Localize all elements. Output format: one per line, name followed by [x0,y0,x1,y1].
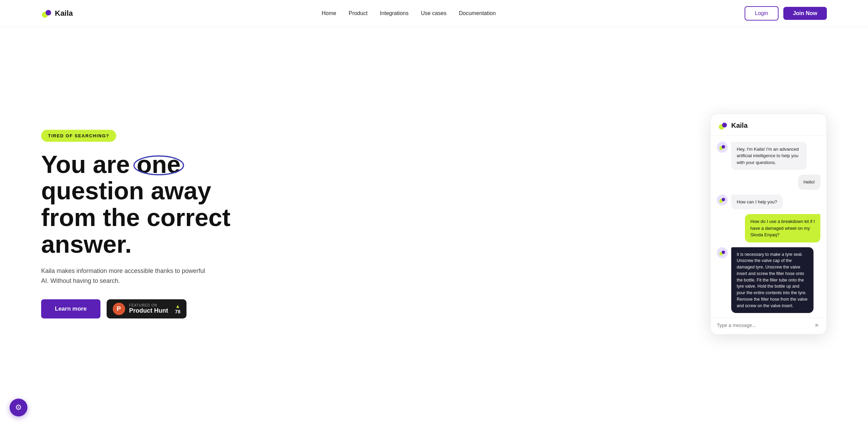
circle-decoration [132,149,185,182]
vote-count: 78 [175,309,181,314]
bot-avatar [717,142,728,153]
chat-bubble-bot: Hey, I'm Kaila! I'm an advanced artifici… [731,142,807,170]
chat-input-row: ► [711,318,827,334]
chat-bubble-bot: How can I help you? [731,195,783,210]
chat-input[interactable] [717,323,811,328]
chat-message-row: How can I help you? [717,195,820,210]
nav-actions: Login Join Now [745,6,827,21]
chat-bubble-dark: It is necessary to make a tyre seal. Uns… [731,247,813,313]
login-button[interactable]: Login [745,6,779,21]
chat-logo-icon [718,121,728,130]
join-button[interactable]: Join Now [783,7,827,20]
hero-headline: You are one question away from the corre… [41,151,267,258]
logo-text: Kaila [55,9,73,18]
vote-arrow-icon: ▲ [175,303,180,309]
nav-item-documentation[interactable]: Documentation [459,10,496,16]
svg-point-6 [722,145,725,148]
product-hunt-featured-label: FEATURED ON [129,303,168,307]
logo[interactable]: Kaila [41,8,73,19]
nav-item-home[interactable]: Home [322,10,336,16]
product-hunt-icon: P [113,303,125,315]
headline-highlight: one [137,151,181,178]
nav-item-product[interactable]: Product [349,10,367,16]
hero-cta: Learn more P FEATURED ON Product Hunt ▲ … [41,299,267,318]
bottom-widget-button[interactable]: ⚙ [10,399,27,416]
chat-messages: Hey, I'm Kaila! I'm an advanced artifici… [711,136,827,318]
product-hunt-name: Product Hunt [129,307,168,314]
hero-left: TIRED OF SEARCHING? You are one question… [41,130,267,319]
chat-logo-text: Kaila [731,122,748,129]
learn-more-button[interactable]: Learn more [41,299,100,318]
chat-message-row: Hey, I'm Kaila! I'm an advanced artifici… [717,142,820,170]
send-button[interactable]: ► [814,322,820,329]
chat-widget: Kaila Hey, I'm Kaila! I'm an advanced ar… [710,114,827,335]
bot-avatar [717,195,728,205]
logo-icon [41,8,52,19]
chat-header: Kaila [711,114,827,136]
chat-message-row: It is necessary to make a tyre seal. Uns… [717,247,820,313]
hero-subtext: Kaila makes information more accessible … [41,266,213,286]
nav-item-use-cases[interactable]: Use cases [421,10,447,16]
navigation: Kaila Home Product Integrations Use case… [0,0,868,27]
product-hunt-text: FEATURED ON Product Hunt [129,303,168,314]
svg-point-4 [722,123,727,127]
chat-bubble-user: Hello! [798,175,820,190]
tired-badge: TIRED OF SEARCHING? [41,130,116,142]
nav-item-integrations[interactable]: Integrations [380,10,409,16]
svg-point-8 [722,198,725,201]
svg-point-2 [134,156,183,175]
widget-icon: ⚙ [15,403,22,412]
chat-message-row: Hello! [717,175,820,190]
hero-section: TIRED OF SEARCHING? You are one question… [0,27,868,426]
svg-point-10 [722,250,725,254]
product-hunt-votes: ▲ 78 [175,303,181,314]
bot-avatar [717,247,728,258]
nav-links: Home Product Integrations Use cases Docu… [322,10,496,16]
chat-message-row: How do I use a breakdown kit if I have a… [717,214,820,242]
hero-right: Kaila Hey, I'm Kaila! I'm an advanced ar… [710,114,827,335]
svg-point-1 [46,10,51,15]
product-hunt-badge[interactable]: P FEATURED ON Product Hunt ▲ 78 [107,299,187,318]
chat-bubble-user-green: How do I use a breakdown kit if I have a… [745,214,820,242]
